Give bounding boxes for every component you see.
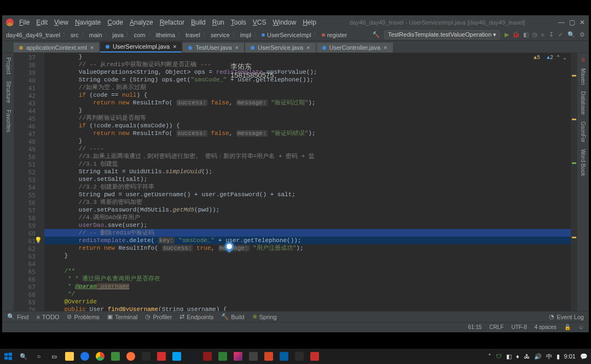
minimize-button[interactable]: —	[558, 19, 565, 26]
tray-ime-icon[interactable]: 中	[546, 353, 552, 361]
menu-help[interactable]: Help	[303, 19, 316, 26]
crumb-itheima[interactable]: itheima	[156, 32, 175, 38]
tray-clock[interactable]: 9:01	[564, 353, 576, 360]
bottom-endpoints[interactable]: ⇄ Endpoints	[179, 313, 213, 320]
menu-code[interactable]: Code	[107, 19, 123, 26]
menu-file[interactable]: File	[19, 19, 30, 26]
run-config-selector[interactable]: TestRedisTemplate.testValueOperation ▾	[384, 30, 500, 39]
status-caret[interactable]: 61:15	[468, 324, 482, 330]
inspection-widget[interactable]: ▲5 ▲2 ⌃ ⌄	[534, 54, 566, 62]
tool-gsonfor[interactable]: GsonFor	[580, 121, 586, 143]
tab-testuser[interactable]: TestUser.java×	[183, 43, 244, 52]
intention-bulb-icon[interactable]: 💡	[34, 237, 40, 242]
chrome-icon[interactable]	[95, 351, 105, 361]
app-icon-7[interactable]	[218, 351, 228, 361]
tool-wordbook[interactable]: Word Book	[580, 149, 586, 176]
edge-icon[interactable]	[80, 351, 90, 361]
cortana-icon[interactable]: ○	[34, 351, 44, 361]
crumb-class[interactable]: UserServiceImpl	[262, 32, 311, 38]
tab-close-icon[interactable]: ×	[90, 44, 94, 51]
start-button[interactable]	[3, 351, 13, 361]
app-icon-6[interactable]	[202, 351, 212, 361]
menu-build[interactable]: Build	[191, 19, 206, 26]
menu-vcs[interactable]: VCS	[253, 19, 266, 26]
tab-close-icon[interactable]: ×	[306, 44, 310, 51]
app-icon-3[interactable]	[157, 351, 166, 361]
tab-userserviceimpl[interactable]: UserServiceImpl.java×	[100, 42, 182, 52]
tab-applicationcontext[interactable]: applicationContext.xml×	[14, 43, 99, 52]
tab-usercontroller[interactable]: UserController.java×	[317, 43, 393, 52]
app-icon-9[interactable]	[279, 351, 289, 361]
crumb-src[interactable]: src	[71, 32, 79, 38]
tray-battery-icon[interactable]: ▮	[557, 353, 560, 360]
firefox-icon[interactable]	[126, 351, 136, 361]
close-button[interactable]: ✕	[580, 19, 585, 26]
crumb-com[interactable]: com	[134, 32, 146, 38]
menu-tools[interactable]: Tools	[231, 19, 246, 26]
tray-app-icon-2[interactable]: ♦	[516, 353, 519, 360]
vcs-update-icon[interactable]: ↧	[549, 31, 554, 38]
menu-navigate[interactable]: Navigate	[75, 19, 101, 26]
crumb-main[interactable]: main	[89, 32, 102, 38]
tray-notifications-icon[interactable]: 💬	[580, 353, 588, 360]
crumb-java[interactable]: java	[113, 32, 124, 38]
build-icon[interactable]: 🔨	[372, 31, 380, 38]
app-icon-2[interactable]	[141, 351, 151, 361]
status-inspect-icon[interactable]: ☺	[578, 324, 584, 330]
error-stripe[interactable]	[571, 53, 577, 311]
tool-favorites[interactable]: Favorites	[5, 110, 11, 132]
tool-project[interactable]: Project	[5, 57, 11, 74]
tray-shield-icon[interactable]: 🛡	[496, 353, 502, 360]
debug-icon[interactable]: 🐞	[512, 31, 520, 38]
bottom-spring[interactable]: ❀ Spring	[252, 313, 277, 320]
tool-maven[interactable]: Maven	[580, 68, 586, 85]
app-icon-8[interactable]	[248, 351, 258, 361]
bottom-find[interactable]: 🔍 Find	[7, 313, 28, 320]
taskview-icon[interactable]: ▭	[49, 351, 59, 361]
app-icon-4[interactable]	[172, 351, 182, 361]
tool-m-icon[interactable]: m	[580, 57, 586, 62]
tray-chevron-icon[interactable]: ˄	[488, 353, 491, 360]
status-readonly-icon[interactable]: 🔓	[564, 324, 571, 330]
settings-icon[interactable]: ⚙	[580, 31, 585, 38]
intellij-icon[interactable]	[233, 351, 243, 361]
bottom-terminal[interactable]: ▣ Terminal	[107, 313, 138, 320]
tray-network-icon[interactable]: 🖧	[524, 353, 530, 360]
tab-close-icon[interactable]: ×	[173, 43, 176, 50]
stop-icon[interactable]: ■	[541, 31, 544, 38]
search-icon[interactable]: 🔍	[19, 351, 28, 361]
menu-view[interactable]: View	[54, 19, 68, 26]
crumb-service[interactable]: service	[211, 32, 230, 38]
vcs-commit-icon[interactable]: ✓	[558, 31, 563, 38]
app-icon-11[interactable]	[310, 351, 320, 361]
profile-icon[interactable]: ◷	[532, 31, 537, 38]
maximize-button[interactable]: ▢	[569, 19, 575, 26]
tab-close-icon[interactable]: ×	[384, 44, 387, 51]
menu-edit[interactable]: Edit	[36, 19, 48, 26]
crumb-method[interactable]: register	[322, 32, 347, 38]
status-enc[interactable]: UTF-8	[511, 324, 526, 330]
bottom-build[interactable]: 🔨 Build	[221, 313, 244, 320]
bottom-problems[interactable]: ⊘ Problems	[67, 313, 99, 320]
powerpoint-icon[interactable]	[264, 351, 274, 361]
menu-analyze[interactable]: Analyze	[130, 19, 153, 26]
tray-volume-icon[interactable]: 🔊	[534, 353, 542, 360]
crumb-travel[interactable]: travel	[186, 32, 200, 38]
tool-structure[interactable]: Structure	[5, 81, 11, 103]
status-eol[interactable]: CRLF	[489, 324, 503, 330]
menu-window[interactable]: Window	[273, 19, 296, 26]
bottom-profiler[interactable]: ◷ Profiler	[145, 313, 172, 320]
tool-database[interactable]: Database	[580, 91, 586, 115]
menu-refactor[interactable]: Refactor	[160, 19, 184, 26]
bottom-eventlog[interactable]: ◔ Event Log	[549, 313, 584, 320]
tray-app-icon-1[interactable]: ◧	[506, 353, 512, 360]
status-indent[interactable]: 4 spaces	[535, 324, 557, 330]
app-icon-10[interactable]	[294, 351, 304, 361]
coverage-icon[interactable]: ◧	[523, 31, 529, 38]
app-icon-5[interactable]	[187, 351, 197, 361]
tab-close-icon[interactable]: ×	[235, 44, 239, 51]
code-editor[interactable]: ▲5 ▲2 ⌃ ⌄ 李佑东 15815850575 } // -- 从redis…	[44, 53, 571, 311]
menu-run[interactable]: Run	[212, 19, 224, 26]
app-icon-1[interactable]	[111, 351, 120, 361]
bottom-todo[interactable]: ≡ TODO	[36, 313, 59, 320]
